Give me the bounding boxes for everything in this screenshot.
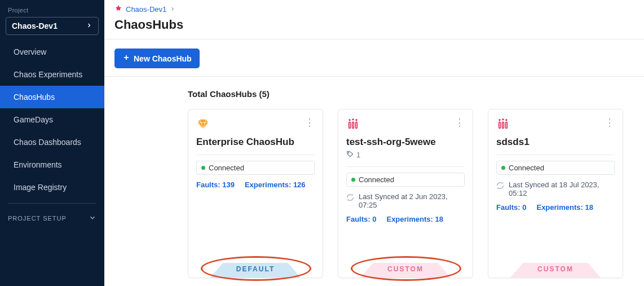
status-text: Connected [209,164,244,172]
page-title: ChaosHubs [104,14,644,39]
sidebar-item-environments[interactable]: Environments [0,153,104,176]
card-footer: CUSTOM [496,259,615,278]
total-chaoshubs-label: Total ChaosHubs (5) [188,89,634,99]
sidebar-item-dashboards[interactable]: Chaos Dashboards [0,131,104,153]
page-header: Chaos-Dev1 ChaosHubs [104,0,644,39]
kebab-menu-icon[interactable]: ⋮ [605,117,615,127]
svg-rect-3 [352,122,354,128]
status-badge: Connected [346,173,465,187]
card-footer: CUSTOM [346,259,465,278]
chevron-right-icon [170,5,175,14]
chaos-icon [114,5,122,14]
new-chaoshub-button[interactable]: New ChaosHub [114,49,200,68]
status-badge: Connected [196,161,315,175]
svg-rect-2 [349,122,351,128]
cards-container: ⋮ Enterprise ChaosHub Connected Faults: … [188,109,634,278]
svg-point-8 [348,152,349,153]
status-dot-icon [201,166,205,170]
sync-row: Last Synced at 2 Jun 2023, 07:25 [346,192,465,209]
tag-row: 1 [346,150,465,160]
main-content: Chaos-Dev1 ChaosHubs New ChaosHub Total … [104,0,644,286]
sync-text: Last Synced at 2 Jun 2023, 07:25 [359,192,465,209]
svg-point-7 [356,120,357,121]
content: Total ChaosHubs (5) ⋮ Enterprise ChaosHu… [104,77,644,278]
card-title: test-ssh-org-5wewe [346,137,465,148]
project-setup-toggle[interactable]: PROJECT SETUP [0,208,104,228]
sidebar-item-overview[interactable]: Overview [0,41,104,63]
new-button-label: New ChaosHub [134,54,192,63]
project-selector[interactable]: Chaos-Dev1 [6,17,99,35]
sidebar: Project Chaos-Dev1 Overview Chaos Experi… [0,0,104,286]
project-name: Chaos-Dev1 [12,21,58,30]
chaoshub-card[interactable]: ⋮ sdsds1 Connected Last Synced at 18 Jul… [488,109,623,278]
card-title: sdsds1 [496,137,615,148]
status-dot-icon [351,178,355,182]
sidebar-item-chaoshubs[interactable]: ChaosHubs [0,86,104,108]
svg-point-12 [499,120,500,121]
svg-point-5 [349,120,350,121]
svg-rect-4 [356,122,358,128]
gem-icon [196,117,210,131]
nav-list: Overview Chaos Experiments ChaosHubs Gam… [0,41,104,199]
experiments-link[interactable]: Experiments: 18 [536,203,593,212]
faults-link[interactable]: Faults: 139 [196,181,235,189]
sync-row: Last Synced at 18 Jul 2023, 05:12 [496,181,615,197]
svg-rect-10 [502,122,504,128]
card-footer: DEFAULT [196,259,315,278]
chaoshub-card[interactable]: ⋮ Enterprise ChaosHub Connected Faults: … [188,109,323,278]
faults-link[interactable]: Faults: 0 [496,203,526,212]
tag-count: 1 [356,151,360,159]
svg-point-14 [506,120,507,121]
tag-icon [346,150,354,160]
footer-badge: CUSTOM [537,265,574,273]
faults-link[interactable]: Faults: 0 [346,215,376,223]
chevron-down-icon [89,214,96,223]
sync-text: Last Synced at 18 Jul 2023, 05:12 [509,181,615,197]
footer-badge: DEFAULT [236,265,275,273]
experiments-link[interactable]: Experiments: 126 [245,181,306,189]
breadcrumb-root[interactable]: Chaos-Dev1 [126,5,166,14]
experiments-link[interactable]: Experiments: 18 [386,215,443,223]
sync-icon [346,193,354,203]
svg-point-6 [352,119,354,120]
sidebar-item-gamedays[interactable]: GameDays [0,108,104,131]
status-text: Connected [509,164,544,172]
svg-point-13 [502,119,504,120]
kebab-menu-icon[interactable]: ⋮ [455,117,465,127]
footer-badge: CUSTOM [387,265,424,273]
card-title: Enterprise ChaosHub [196,137,315,148]
svg-rect-11 [506,122,508,128]
toolbar: New ChaosHub [104,39,644,77]
chaoshub-card[interactable]: ⋮ test-ssh-org-5wewe 1 Connected [338,109,473,278]
sidebar-item-experiments[interactable]: Chaos Experiments [0,63,104,86]
divider [8,203,96,204]
status-text: Connected [359,175,394,184]
svg-rect-9 [499,122,501,128]
sidebar-section-label: Project [0,5,104,16]
test-tubes-icon [496,117,510,131]
sidebar-item-image-registry[interactable]: Image Registry [0,176,104,199]
breadcrumb: Chaos-Dev1 [104,0,644,14]
status-badge: Connected [496,161,615,175]
plus-icon [122,54,130,63]
kebab-menu-icon[interactable]: ⋮ [305,117,315,127]
sync-icon [496,182,504,191]
test-tubes-icon [346,117,360,131]
status-dot-icon [501,166,505,170]
chevron-right-icon [86,21,92,30]
project-setup-label: PROJECT SETUP [8,215,67,222]
